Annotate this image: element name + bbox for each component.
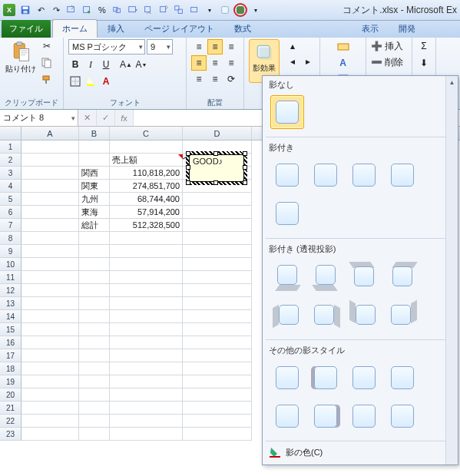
persp-shadow-3[interactable] bbox=[347, 259, 381, 293]
cell-A23[interactable] bbox=[22, 428, 79, 441]
row-header[interactable]: 9 bbox=[0, 245, 22, 258]
nudge-right-icon[interactable]: ▸ bbox=[301, 55, 315, 68]
cell-B12[interactable] bbox=[79, 284, 110, 297]
cell-D22[interactable] bbox=[183, 415, 252, 428]
cell-A10[interactable] bbox=[22, 258, 79, 271]
qat-icon-6[interactable] bbox=[141, 3, 155, 17]
tab-home[interactable]: ホーム bbox=[52, 19, 98, 38]
row-header[interactable]: 7 bbox=[0, 219, 22, 232]
font-size-select[interactable]: 9 bbox=[147, 39, 173, 55]
cell-D15[interactable] bbox=[183, 323, 252, 336]
qat-icon-10[interactable] bbox=[218, 3, 232, 17]
row-header[interactable]: 3 bbox=[0, 167, 22, 180]
cell-B21[interactable] bbox=[79, 402, 110, 415]
cell-D18[interactable] bbox=[183, 362, 252, 375]
row-header[interactable]: 4 bbox=[0, 180, 22, 193]
cell-C6[interactable]: 57,914,200 bbox=[110, 206, 183, 219]
cell-D21[interactable] bbox=[183, 402, 252, 415]
cell-A5[interactable] bbox=[22, 193, 79, 206]
comment-box[interactable]: GOOD♪ bbox=[189, 154, 244, 182]
other-shadow-3[interactable] bbox=[347, 361, 381, 395]
row-header[interactable]: 17 bbox=[0, 349, 22, 362]
gallery-scrollbar[interactable]: ▲ bbox=[445, 76, 458, 464]
tab-page-layout[interactable]: ページ レイアウト bbox=[134, 19, 224, 38]
tab-formulas[interactable]: 数式 bbox=[224, 19, 261, 38]
shadow-style-5[interactable] bbox=[270, 197, 304, 230]
qat-icon-3[interactable]: % bbox=[95, 3, 109, 17]
persp-shadow-8[interactable] bbox=[386, 298, 419, 332]
cell-A16[interactable] bbox=[22, 336, 79, 349]
cell-C7[interactable]: 512,328,500 bbox=[110, 219, 183, 232]
cell-C22[interactable] bbox=[110, 415, 183, 428]
cell-B3[interactable]: 関西 bbox=[79, 167, 110, 180]
cell-A1[interactable] bbox=[22, 140, 79, 154]
cell-C2[interactable]: 売上額 bbox=[110, 154, 183, 167]
fill-icon[interactable]: ⬇ bbox=[417, 56, 431, 70]
cell-D6[interactable] bbox=[183, 206, 252, 219]
cell-D8[interactable] bbox=[183, 232, 252, 245]
cell-B10[interactable] bbox=[79, 258, 110, 271]
nudge-up-icon[interactable]: ▴ bbox=[286, 39, 299, 53]
cell-B17[interactable] bbox=[79, 349, 110, 362]
row-header[interactable]: 18 bbox=[0, 362, 22, 375]
cell-B14[interactable] bbox=[79, 310, 110, 323]
styles-item1-icon[interactable] bbox=[336, 39, 350, 53]
underline-button[interactable]: U bbox=[99, 58, 113, 71]
cell-C11[interactable] bbox=[110, 271, 183, 284]
qat-dropdown-icon[interactable]: ▾ bbox=[203, 3, 217, 17]
font-color-button[interactable]: A bbox=[99, 74, 113, 88]
undo-icon[interactable]: ↶ bbox=[34, 3, 48, 17]
row-header[interactable]: 14 bbox=[0, 310, 22, 323]
persp-shadow-1[interactable] bbox=[270, 259, 304, 293]
cell-C13[interactable] bbox=[110, 297, 183, 310]
cell-B2[interactable] bbox=[79, 154, 110, 167]
cell-C4[interactable]: 274,851,700 bbox=[110, 180, 183, 193]
row-header[interactable]: 15 bbox=[0, 323, 22, 336]
tab-developer[interactable]: 開発 bbox=[389, 19, 425, 38]
cell-B23[interactable] bbox=[79, 428, 110, 441]
styles-item2-icon[interactable]: A bbox=[336, 56, 350, 70]
cell-A21[interactable] bbox=[22, 402, 79, 415]
italic-button[interactable]: I bbox=[84, 58, 98, 71]
insert-cells-button[interactable]: ➕ 挿入 bbox=[371, 39, 403, 53]
cell-C9[interactable] bbox=[110, 245, 183, 258]
row-header[interactable]: 6 bbox=[0, 206, 22, 219]
cell-B11[interactable] bbox=[79, 271, 110, 284]
font-name-select[interactable]: MS Pゴシック bbox=[68, 39, 145, 55]
cell-A9[interactable] bbox=[22, 245, 79, 258]
format-painter-icon[interactable] bbox=[40, 73, 54, 87]
cell-A20[interactable] bbox=[22, 388, 79, 402]
tab-insert[interactable]: 挿入 bbox=[98, 19, 134, 38]
tab-view[interactable]: 表示 bbox=[352, 19, 389, 38]
cell-A12[interactable] bbox=[22, 284, 79, 297]
fx-icon[interactable]: fx bbox=[115, 110, 134, 126]
align-top-right[interactable]: ≡ bbox=[223, 39, 239, 55]
delete-cells-button[interactable]: ➖ 削除 bbox=[371, 55, 403, 69]
persp-shadow-7[interactable] bbox=[347, 298, 381, 332]
align-top-center[interactable]: ≡ bbox=[207, 39, 223, 55]
align-mid-left[interactable]: ≡ bbox=[191, 55, 207, 71]
cell-B7[interactable]: 総計 bbox=[79, 219, 110, 232]
cell-A6[interactable] bbox=[22, 206, 79, 219]
row-header[interactable]: 12 bbox=[0, 284, 22, 297]
cell-B13[interactable] bbox=[79, 297, 110, 310]
row-header[interactable]: 22 bbox=[0, 415, 22, 428]
cell-A7[interactable] bbox=[22, 219, 79, 232]
cell-A14[interactable] bbox=[22, 310, 79, 323]
cell-C10[interactable] bbox=[110, 258, 183, 271]
shrink-font-button[interactable]: A▼ bbox=[134, 58, 148, 71]
cell-D5[interactable] bbox=[183, 193, 252, 206]
other-shadow-4[interactable] bbox=[386, 361, 419, 395]
grow-font-button[interactable]: A▲ bbox=[119, 58, 133, 71]
persp-shadow-5[interactable] bbox=[270, 298, 304, 332]
cell-D23[interactable] bbox=[183, 428, 252, 441]
cell-B18[interactable] bbox=[79, 362, 110, 375]
cell-C21[interactable] bbox=[110, 402, 183, 415]
cell-C15[interactable] bbox=[110, 323, 183, 336]
cell-B19[interactable] bbox=[79, 375, 110, 388]
cell-A11[interactable] bbox=[22, 271, 79, 284]
align-mid-right[interactable]: ≡ bbox=[223, 55, 239, 71]
cell-B15[interactable] bbox=[79, 323, 110, 336]
bold-button[interactable]: B bbox=[68, 58, 82, 71]
orientation-button[interactable]: ⟳ bbox=[223, 71, 239, 87]
